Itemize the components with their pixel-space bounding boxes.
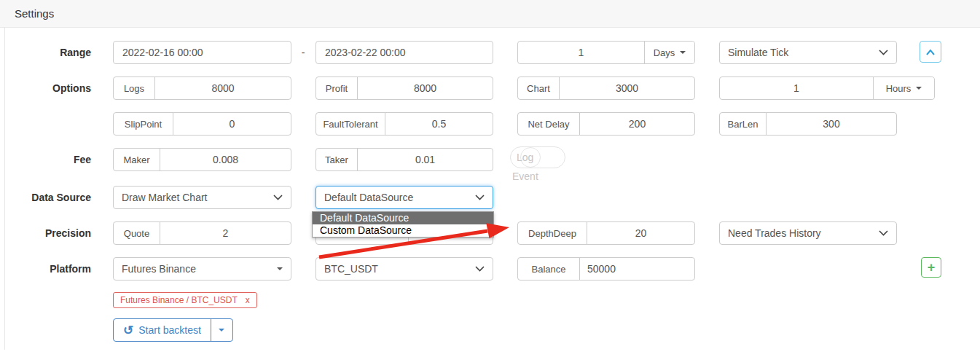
chevron-down-icon [475, 195, 485, 200]
taker-addon-label: Taker [316, 149, 358, 170]
chevron-down-icon [273, 195, 283, 200]
caret-down-icon [680, 51, 686, 54]
chevron-down-icon [879, 50, 888, 55]
quote-precision-input[interactable] [160, 222, 291, 244]
depthdeep-input[interactable] [587, 222, 694, 244]
balance-group: Balance [517, 257, 695, 280]
depthdeep-group: DepthDeep [517, 221, 695, 245]
backtest-options-caret-button[interactable] [211, 319, 232, 341]
quote-addon-label: Quote [114, 222, 160, 244]
symbol-value: BTC_USDT [324, 263, 378, 275]
interval-value-input[interactable] [518, 42, 644, 63]
collapse-panel-button[interactable] [920, 41, 941, 63]
tag-close-icon[interactable]: x [246, 295, 250, 305]
start-backtest-split-button: ↺ Start backtest [113, 318, 233, 342]
maker-fee-input[interactable] [160, 149, 291, 170]
period-unit-dropdown-button[interactable]: Hours [873, 77, 934, 99]
interval-group: Days [517, 41, 695, 64]
depthdeep-addon-label: DepthDeep [518, 222, 587, 244]
caret-down-icon [219, 329, 224, 332]
precision-label: Precision [4, 227, 91, 239]
interval-unit-label: Days [654, 47, 675, 58]
caret-down-icon [916, 87, 922, 90]
exchange-value: Futures Binance [122, 263, 196, 275]
logs-input[interactable] [155, 77, 291, 99]
datasource-select[interactable]: Default DataSource [315, 186, 493, 209]
period-unit-label: Hours [886, 83, 912, 94]
page-title: Settings [15, 0, 54, 27]
interval-unit-dropdown-button[interactable]: Days [644, 42, 694, 63]
chevron-up-icon [925, 45, 936, 58]
chart-mode-value: Draw Market Chart [122, 192, 207, 203]
maker-addon-label: Maker [114, 149, 160, 170]
log-event-toggle-subtitle: Event [510, 170, 576, 182]
symbol-select[interactable]: BTC_USDT [315, 257, 493, 280]
dropdown-option-custom[interactable]: Custom DataSource [313, 224, 493, 237]
slippoint-input[interactable] [173, 113, 291, 135]
netdelay-input[interactable] [580, 113, 694, 135]
profit-addon-label: Profit [316, 77, 358, 99]
profit-input[interactable] [358, 77, 493, 99]
taker-fee-group: Taker [315, 148, 493, 171]
barlen-addon-label: BarLen [720, 113, 767, 135]
log-event-toggle[interactable]: Log [510, 146, 565, 168]
history-icon: ↺ [123, 324, 133, 337]
range-separator: - [292, 41, 314, 64]
start-backtest-label: Start backtest [138, 324, 201, 336]
datasource-label: Data Source [4, 192, 91, 203]
panel-left-border [4, 28, 5, 350]
plus-icon: + [928, 261, 936, 274]
start-backtest-button[interactable]: ↺ Start backtest [114, 319, 211, 341]
chevron-down-icon [879, 230, 888, 236]
maker-fee-group: Maker [113, 148, 291, 171]
trades-history-value: Need Trades History [728, 227, 821, 239]
balance-addon-label: Balance [518, 258, 580, 280]
tick-mode-value: Simulate Tick [728, 47, 788, 58]
period-group: Hours [719, 76, 935, 100]
barlen-input[interactable] [767, 113, 896, 135]
barlen-group: BarLen [719, 112, 897, 136]
slippoint-group: SlipPoint [113, 112, 291, 136]
chart-input[interactable] [560, 77, 694, 99]
platform-tag-chip[interactable]: Futures Binance / BTC_USDT x [113, 292, 257, 308]
dropdown-option-default[interactable]: Default DataSource [313, 212, 493, 224]
log-event-toggle-title: Log [517, 147, 533, 168]
trades-history-select[interactable]: Need Trades History [719, 221, 897, 245]
netdelay-group: Net Delay [517, 112, 695, 136]
caret-down-icon [277, 267, 283, 270]
add-platform-button[interactable]: + [921, 257, 941, 278]
fee-label: Fee [4, 154, 91, 165]
faulttolerant-addon-label: FaultTolerant [316, 113, 385, 135]
faulttolerant-group: FaultTolerant [315, 112, 493, 136]
datasource-dropdown-list: Default DataSource Custom DataSource [312, 211, 494, 238]
datasource-value: Default DataSource [324, 192, 413, 203]
exchange-dropdown-button[interactable]: Futures Binance [113, 257, 291, 280]
settings-header-bar: Settings [0, 0, 980, 28]
logs-addon-label: Logs [114, 77, 155, 99]
range-end-input[interactable] [315, 41, 493, 64]
taker-fee-input[interactable] [358, 149, 493, 170]
tick-mode-select[interactable]: Simulate Tick [719, 41, 897, 64]
range-start-input[interactable] [113, 41, 291, 64]
chart-group: Chart [517, 76, 695, 100]
slippoint-addon-label: SlipPoint [114, 113, 173, 135]
quote-precision-group: Quote [113, 221, 291, 245]
logs-group: Logs [113, 76, 291, 100]
chevron-down-icon [475, 266, 485, 272]
range-label: Range [4, 47, 91, 58]
profit-group: Profit [315, 76, 493, 100]
netdelay-addon-label: Net Delay [518, 113, 580, 135]
platform-label: Platform [4, 263, 91, 275]
period-value-input[interactable] [720, 77, 873, 99]
log-event-toggle-wrap: Log Event [510, 146, 576, 182]
backtest-settings-page: Settings Range Options Fee Data Source P… [0, 0, 980, 357]
balance-input[interactable] [580, 258, 694, 280]
options-label: Options [4, 82, 91, 94]
platform-tag-text: Futures Binance / BTC_USDT [120, 295, 238, 305]
chart-addon-label: Chart [518, 77, 560, 99]
chart-mode-select[interactable]: Draw Market Chart [113, 186, 291, 209]
faulttolerant-input[interactable] [385, 113, 493, 135]
